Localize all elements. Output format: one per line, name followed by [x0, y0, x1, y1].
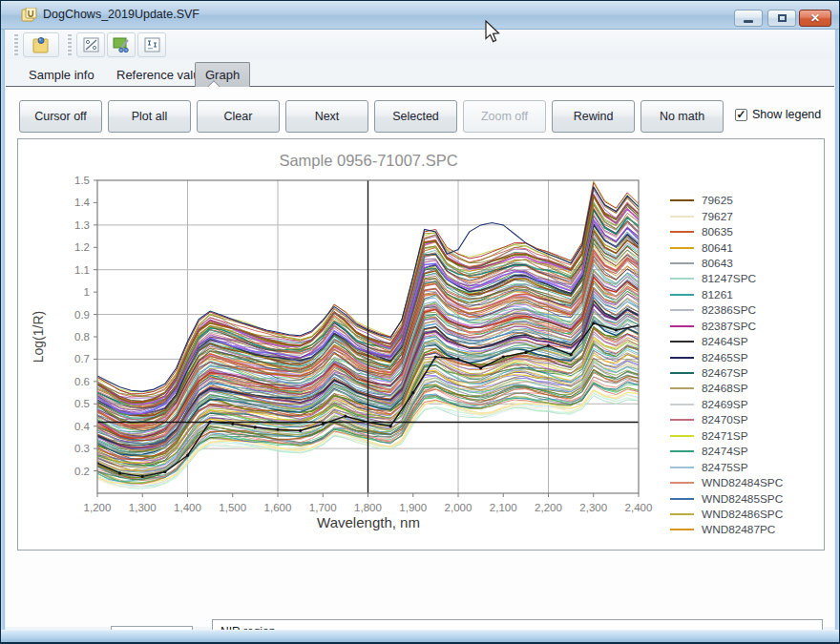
legend-label: 82475SP — [702, 461, 748, 474]
legend-label: WND82487PC — [702, 523, 775, 536]
y-tick-label: 1.5 — [74, 175, 90, 186]
checkbox-checkmark-icon[interactable]: ✓ — [735, 109, 747, 121]
selected-sample-point — [389, 425, 392, 427]
selected-sample-point — [411, 391, 414, 394]
toolbar-button-fields[interactable] — [137, 32, 166, 57]
toolbar-button-plot[interactable] — [76, 32, 105, 57]
legend-item[interactable]: WND82487PC — [670, 522, 821, 537]
legend-swatch-line — [670, 435, 694, 437]
selected-button[interactable]: Selected — [374, 100, 457, 133]
selected-sample-point — [299, 429, 302, 432]
legend-label: 82469SP — [702, 398, 748, 411]
legend-swatch-line — [670, 498, 694, 500]
zoom-off-button[interactable]: Zoom off — [463, 100, 546, 133]
legend-swatch-line — [670, 325, 694, 327]
legend-swatch-line — [670, 216, 694, 218]
legend-label: WND82486SPC — [702, 508, 783, 521]
x-tick-label: 2,000 — [445, 502, 472, 513]
legend-label: 80643 — [702, 257, 733, 270]
selected-sample-point — [141, 475, 144, 478]
legend-swatch-line — [670, 482, 694, 484]
legend-label: WND82485SPC — [702, 492, 783, 506]
selected-sample-point — [231, 423, 234, 426]
no-math-button[interactable]: No math — [640, 100, 724, 133]
close-icon: ✕ — [810, 12, 820, 24]
plot-all-button[interactable]: Plot all — [108, 100, 191, 133]
legend-label: 82465SP — [702, 351, 748, 364]
tab-sample-info[interactable]: Sample info — [19, 62, 104, 87]
legend-item[interactable]: WND82486SPC — [670, 507, 821, 522]
tab-graph[interactable]: Graph — [195, 62, 250, 87]
chart-title: Sample 0956-71007.SPC — [279, 152, 457, 169]
minimize-icon — [744, 20, 753, 23]
y-tick-label: 1.1 — [74, 264, 90, 276]
toolbar-grip[interactable] — [13, 34, 18, 55]
legend-item[interactable]: 79627 — [670, 208, 821, 223]
toolbar-button-edit[interactable] — [107, 32, 136, 57]
maximize-icon — [778, 14, 787, 22]
y-tick-label: 0.8 — [74, 331, 90, 343]
legend-swatch-line — [670, 357, 694, 359]
legend-label: 81247SPC — [702, 272, 756, 285]
legend-item[interactable]: WND82484SPC — [670, 475, 821, 490]
legend-item[interactable]: 80643 — [670, 256, 821, 271]
close-button[interactable]: ✕ — [799, 10, 831, 27]
region-notes-textarea[interactable]: NIR region Absorption by stretching - be… — [212, 619, 823, 630]
legend-swatch-line — [670, 278, 694, 280]
wavelength-label: Wavelength: — [32, 629, 109, 630]
y-tick-label: 0.3 — [74, 443, 90, 454]
title-bar[interactable]: DogChows_2019Update.SVF ✕ — [1, 1, 839, 30]
window-title: DogChows_2019Update.SVF — [43, 8, 200, 21]
legend-swatch-line — [670, 387, 694, 389]
legend-swatch-line — [670, 262, 694, 264]
wavelength-input[interactable] — [111, 626, 193, 630]
x-tick-label: 1,400 — [174, 502, 201, 513]
legend-item[interactable]: 82469SP — [670, 397, 821, 412]
legend-item[interactable]: 80641 — [670, 239, 821, 255]
cursor-off-button[interactable]: Cursor off — [19, 100, 102, 133]
show-legend-checkbox[interactable]: ✓ Show legend — [735, 108, 821, 121]
toolbar-grip-2[interactable] — [67, 34, 72, 55]
legend-item[interactable]: 82471SP — [670, 428, 821, 444]
x-tick-label: 1,200 — [84, 502, 112, 513]
legend-item[interactable]: 80635 — [670, 224, 821, 239]
legend-item[interactable]: 82475SP — [670, 459, 821, 474]
toolbar-button-notes[interactable] — [23, 32, 59, 57]
rewind-button[interactable]: Rewind — [552, 100, 635, 133]
next-button[interactable]: Next — [285, 100, 368, 133]
legend-swatch-line — [670, 341, 694, 343]
x-tick-label: 2,400 — [625, 502, 653, 513]
legend-item[interactable]: 82470SP — [670, 412, 821, 427]
legend-item[interactable]: 82468SP — [670, 381, 821, 396]
legend-swatch-line — [670, 247, 694, 249]
clear-button[interactable]: Clear — [197, 100, 280, 133]
legend-swatch-line — [670, 529, 694, 530]
legend-item[interactable]: 79625 — [670, 193, 821, 208]
legend-swatch-line — [670, 372, 694, 374]
y-axis-label: Log(1/R) — [31, 311, 46, 363]
minimize-button[interactable] — [734, 10, 763, 27]
x-tick-label: 2,300 — [579, 502, 607, 513]
legend-swatch-line — [670, 467, 694, 468]
legend-item[interactable]: WND82485SPC — [670, 490, 821, 506]
legend-item[interactable]: 82387SPC — [670, 319, 821, 334]
show-legend-label: Show legend — [752, 108, 821, 121]
y-tick-label: 1.4 — [74, 197, 91, 208]
legend-item[interactable]: 82386SPC — [670, 302, 821, 318]
selected-sample-point — [254, 426, 257, 428]
y-tick-label: 0.5 — [74, 398, 90, 409]
legend-label: 82471SP — [702, 429, 748, 443]
legend-item[interactable]: 82474SP — [670, 444, 821, 459]
window-frame-bottom — [1, 630, 839, 642]
legend-item[interactable]: 81247SPC — [670, 271, 821, 286]
legend-item[interactable]: 82465SP — [670, 349, 821, 364]
legend-label: 82468SP — [702, 382, 748, 395]
legend-swatch-line — [670, 231, 694, 233]
selected-sample-point — [186, 454, 189, 457]
graph-panel: Cursor off Plot all Clear Next Selected … — [6, 87, 834, 627]
x-tick-label: 1,600 — [264, 502, 292, 513]
legend-item[interactable]: 82467SP — [670, 365, 821, 381]
legend-item[interactable]: 81261 — [670, 287, 821, 302]
maximize-button[interactable] — [767, 10, 796, 27]
legend-item[interactable]: 82464SP — [670, 334, 821, 349]
